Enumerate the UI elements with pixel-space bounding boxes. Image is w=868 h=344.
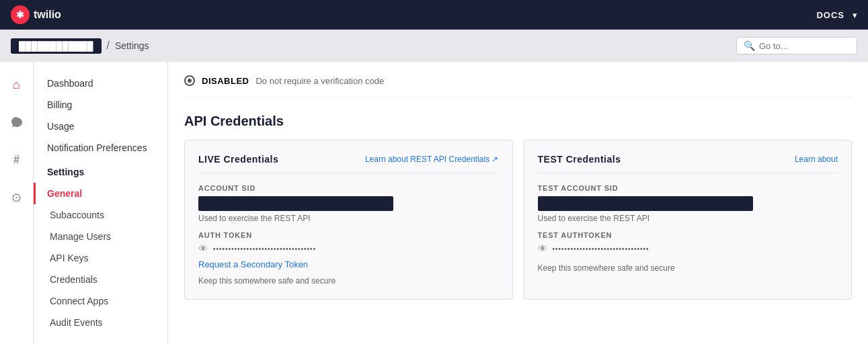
live-card-title: LIVE Credentials <box>198 154 278 165</box>
sidebar-icon-chat[interactable] <box>5 110 29 134</box>
auth-token-row: 👁 •••••••••••••••••••••••••••••••••• <box>198 243 499 254</box>
search-icon: 🔍 <box>744 40 755 51</box>
radio-inner <box>188 79 192 83</box>
left-nav: Dashboard Billing Usage Notification Pre… <box>34 62 168 344</box>
content-area: DISABLED Do not require a verification c… <box>168 62 868 344</box>
account-badge[interactable]: ████████████ <box>11 38 102 54</box>
disabled-label: DISABLED <box>202 76 249 86</box>
sidebar-icon-more[interactable]: ⊙ <box>5 185 29 210</box>
twilio-logo-text: twilio <box>34 9 61 21</box>
sidebar-item-usage[interactable]: Usage <box>34 116 167 137</box>
live-learn-link[interactable]: Learn about REST API Credentials ↗ <box>365 155 499 164</box>
main-layout: ⌂ # ⊙ Dashboard Billing Usage Notificati… <box>0 62 868 344</box>
docs-link[interactable]: DOCS <box>816 10 844 20</box>
search-box[interactable]: 🔍 <box>736 37 857 54</box>
test-auth-token-dots: •••••••••••••••••••••••••••••••• <box>553 245 649 253</box>
disabled-radio[interactable] <box>184 75 195 86</box>
test-account-sid-desc: Used to exercise the REST API <box>538 214 838 223</box>
disabled-description: Do not require a verification code <box>255 76 384 86</box>
twilio-logo-icon: ✱ <box>11 5 30 24</box>
sidebar-item-general[interactable]: General <box>34 183 167 204</box>
search-input[interactable] <box>759 41 850 51</box>
icon-sidebar: ⌂ # ⊙ <box>0 62 34 344</box>
test-learn-link[interactable]: Learn about <box>795 155 838 164</box>
breadcrumb-bar: ████████████ / Settings 🔍 <box>0 30 868 62</box>
sidebar-item-notification-prefs[interactable]: Notification Preferences <box>34 137 167 159</box>
test-auth-token-row: 👁 •••••••••••••••••••••••••••••••• <box>538 243 838 254</box>
sidebar-item-billing[interactable]: Billing <box>34 94 167 116</box>
test-account-sid-label: TEST ACCOUNT SID <box>538 184 838 192</box>
test-card-header: TEST Credentials Learn about <box>538 154 838 173</box>
docs-chevron-icon: ▾ <box>853 10 857 20</box>
sidebar-item-subaccounts[interactable]: Subaccounts <box>34 204 167 226</box>
breadcrumb-separator: / <box>107 40 110 52</box>
test-credentials-card: TEST Credentials Learn about TEST ACCOUN… <box>524 140 853 300</box>
account-sid-desc: Used to exercise the REST API <box>198 214 499 223</box>
api-credentials-title: API Credentials <box>184 114 852 129</box>
test-auth-token-label: TEST AUTHTOKEN <box>538 231 838 239</box>
live-card-header: LIVE Credentials Learn about REST API Cr… <box>198 154 499 173</box>
sidebar-item-connect-apps[interactable]: Connect Apps <box>34 290 167 312</box>
account-sid-value <box>198 196 393 211</box>
sidebar-item-credentials[interactable]: Credentials <box>34 269 167 290</box>
eye-icon-test[interactable]: 👁 <box>538 243 547 254</box>
top-nav-right: DOCS ▾ <box>816 10 857 20</box>
test-safe-text: Keep this somewhere safe and secure <box>538 263 838 273</box>
credentials-grid: LIVE Credentials Learn about REST API Cr… <box>184 140 852 300</box>
top-nav-left: ✱ twilio <box>11 5 61 24</box>
eye-icon-live[interactable]: 👁 <box>198 243 208 254</box>
breadcrumb-page: Settings <box>115 40 149 51</box>
sidebar-icon-hash[interactable]: # <box>5 148 29 172</box>
twilio-logo[interactable]: ✱ twilio <box>11 5 61 24</box>
sidebar-item-dashboard[interactable]: Dashboard <box>34 73 167 94</box>
request-secondary-token-link[interactable]: Request a Secondary Token <box>198 259 499 269</box>
live-credentials-card: LIVE Credentials Learn about REST API Cr… <box>184 140 513 300</box>
sidebar-item-api-keys[interactable]: API Keys <box>34 247 167 269</box>
auth-token-dots: •••••••••••••••••••••••••••••••••• <box>213 245 316 253</box>
account-sid-label: ACCOUNT SID <box>198 184 499 192</box>
top-nav: ✱ twilio DOCS ▾ <box>0 0 868 30</box>
test-account-sid-value <box>538 196 753 211</box>
test-card-title: TEST Credentials <box>538 154 621 165</box>
sidebar-icon-home[interactable]: ⌂ <box>5 73 29 97</box>
live-safe-text: Keep this somewhere safe and secure <box>198 276 499 286</box>
sidebar-section-settings: Settings <box>34 159 167 183</box>
auth-token-label: AUTH TOKEN <box>198 231 499 239</box>
sidebar-item-manage-users[interactable]: Manage Users <box>34 226 167 247</box>
sidebar-item-audit-events[interactable]: Audit Events <box>34 312 167 333</box>
disabled-row: DISABLED Do not require a verification c… <box>184 75 852 97</box>
